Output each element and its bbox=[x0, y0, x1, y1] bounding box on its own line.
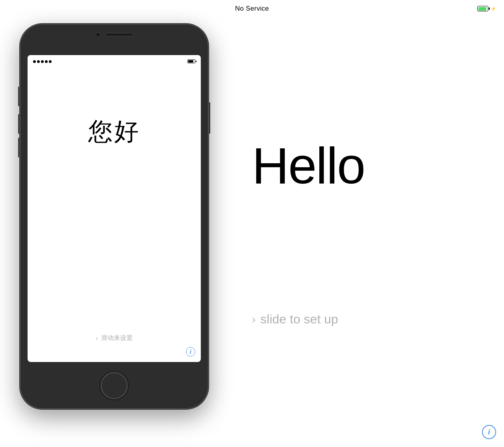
battery-indicator: ⚡ bbox=[477, 6, 496, 11]
hello-big-text: Hello bbox=[252, 138, 365, 194]
battery-icon bbox=[477, 6, 488, 11]
iphone-home-button[interactable] bbox=[101, 372, 128, 399]
slide-chevron-icon: › bbox=[252, 313, 256, 326]
slide-to-setup-row[interactable]: › slide to set up bbox=[252, 312, 338, 327]
slide-to-setup-label: slide to set up bbox=[260, 312, 338, 327]
signal-dot-4 bbox=[45, 60, 48, 63]
iphone-content: 您好 › 滑动来设置 bbox=[28, 68, 201, 362]
signal-dot-2 bbox=[37, 60, 40, 63]
iphone-area: 您好 › 滑动来设置 i bbox=[12, 4, 217, 429]
bottom-right-info-button[interactable]: i bbox=[482, 425, 496, 439]
signal-dot-1 bbox=[33, 60, 36, 63]
signal-dots bbox=[33, 60, 52, 63]
camera-icon bbox=[96, 32, 100, 37]
speaker-icon bbox=[105, 33, 133, 36]
signal-dot-5 bbox=[49, 60, 52, 63]
iphone-hello-chinese: 您好 bbox=[88, 115, 140, 148]
iphone-battery-icon bbox=[187, 59, 195, 63]
iphone-battery-small bbox=[187, 59, 195, 63]
iphone-chevron-icon: › bbox=[96, 335, 98, 342]
no-service-label: No Service bbox=[235, 5, 269, 13]
iphone-battery-fill bbox=[188, 60, 193, 63]
iphone-screen: 您好 › 滑动来设置 i bbox=[28, 55, 201, 362]
iphone-screen-statusbar bbox=[28, 55, 201, 68]
iphone-frame: 您好 › 滑动来设置 i bbox=[20, 24, 209, 409]
battery-bolt-icon: ⚡ bbox=[491, 6, 496, 11]
right-content: Hello › slide to set up bbox=[228, 17, 504, 447]
iphone-info-button[interactable]: i bbox=[186, 347, 195, 356]
iphone-slide-row[interactable]: › 滑动来设置 bbox=[96, 334, 132, 342]
signal-dot-3 bbox=[41, 60, 44, 63]
iphone-top-bar bbox=[96, 32, 133, 37]
iphone-slide-label: 滑动来设置 bbox=[101, 334, 133, 342]
battery-fill bbox=[478, 7, 487, 11]
